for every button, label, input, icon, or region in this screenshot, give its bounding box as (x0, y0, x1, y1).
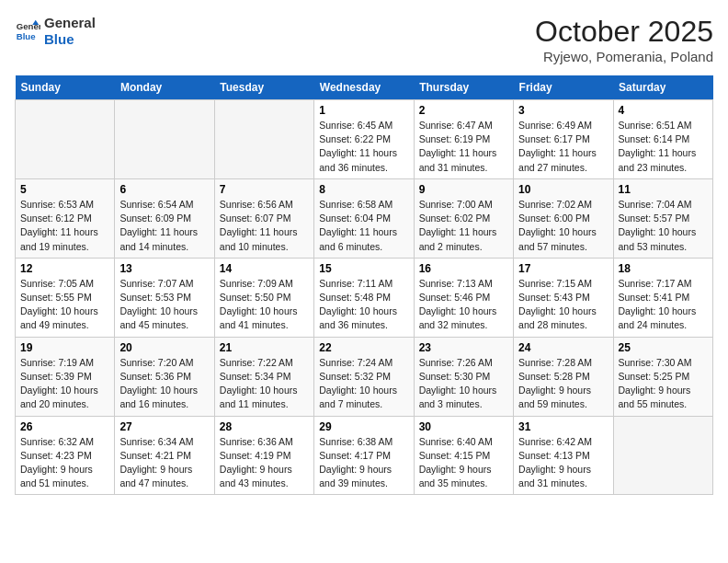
day-info: Sunrise: 7:07 AM Sunset: 5:53 PM Dayligh… (119, 277, 209, 333)
day-info: Sunrise: 7:24 AM Sunset: 5:32 PM Dayligh… (319, 356, 408, 412)
logo-text-line1: General (44, 15, 96, 31)
calendar-cell: 19Sunrise: 7:19 AM Sunset: 5:39 PM Dayli… (16, 337, 115, 416)
calendar-cell: 30Sunrise: 6:40 AM Sunset: 4:15 PM Dayli… (414, 416, 513, 495)
day-number: 13 (119, 262, 209, 275)
calendar-cell: 4Sunrise: 6:51 AM Sunset: 6:14 PM Daylig… (613, 100, 712, 179)
calendar-cell: 16Sunrise: 7:13 AM Sunset: 5:46 PM Dayli… (414, 258, 513, 337)
calendar-cell: 25Sunrise: 7:30 AM Sunset: 5:25 PM Dayli… (613, 337, 712, 416)
calendar-cell: 22Sunrise: 7:24 AM Sunset: 5:32 PM Dayli… (314, 337, 414, 416)
day-number: 18 (619, 262, 708, 275)
day-info: Sunrise: 6:34 AM Sunset: 4:21 PM Dayligh… (119, 435, 209, 491)
calendar-cell: 20Sunrise: 7:20 AM Sunset: 5:36 PM Dayli… (115, 337, 214, 416)
calendar-cell: 6Sunrise: 6:54 AM Sunset: 6:09 PM Daylig… (115, 178, 214, 258)
calendar-cell: 26Sunrise: 6:32 AM Sunset: 4:23 PM Dayli… (16, 416, 115, 495)
day-info: Sunrise: 6:36 AM Sunset: 4:19 PM Dayligh… (220, 435, 309, 491)
month-title: October 2025 (535, 15, 713, 49)
day-info: Sunrise: 7:00 AM Sunset: 6:02 PM Dayligh… (419, 198, 508, 254)
location: Ryjewo, Pomerania, Poland (535, 49, 713, 64)
day-number: 11 (619, 183, 708, 196)
calendar-cell: 1Sunrise: 6:45 AM Sunset: 6:22 PM Daylig… (314, 100, 414, 179)
calendar-cell: 11Sunrise: 7:04 AM Sunset: 5:57 PM Dayli… (613, 178, 712, 258)
column-header-sunday: Sunday (16, 75, 115, 100)
day-number: 27 (119, 420, 209, 433)
calendar-cell: 5Sunrise: 6:53 AM Sunset: 6:12 PM Daylig… (16, 178, 115, 258)
column-header-monday: Monday (115, 75, 214, 100)
calendar-cell: 27Sunrise: 6:34 AM Sunset: 4:21 PM Dayli… (115, 416, 214, 495)
day-number: 3 (518, 104, 608, 117)
day-info: Sunrise: 6:42 AM Sunset: 4:13 PM Dayligh… (518, 435, 608, 491)
calendar-week-row: 1Sunrise: 6:45 AM Sunset: 6:22 PM Daylig… (16, 100, 713, 179)
logo: General Blue General Blue (15, 15, 96, 48)
calendar-cell: 18Sunrise: 7:17 AM Sunset: 5:41 PM Dayli… (613, 258, 712, 337)
day-number: 30 (419, 420, 508, 433)
day-info: Sunrise: 6:56 AM Sunset: 6:07 PM Dayligh… (220, 198, 309, 254)
day-info: Sunrise: 7:26 AM Sunset: 5:30 PM Dayligh… (419, 356, 508, 412)
day-info: Sunrise: 7:28 AM Sunset: 5:28 PM Dayligh… (518, 356, 608, 412)
calendar-cell: 17Sunrise: 7:15 AM Sunset: 5:43 PM Dayli… (514, 258, 613, 337)
svg-text:Blue: Blue (17, 31, 36, 41)
column-header-friday: Friday (514, 75, 613, 100)
day-info: Sunrise: 7:20 AM Sunset: 5:36 PM Dayligh… (119, 356, 209, 412)
day-info: Sunrise: 6:54 AM Sunset: 6:09 PM Dayligh… (119, 198, 209, 254)
day-number: 21 (220, 341, 309, 354)
calendar-cell: 14Sunrise: 7:09 AM Sunset: 5:50 PM Dayli… (214, 258, 313, 337)
column-header-wednesday: Wednesday (314, 75, 414, 100)
column-header-tuesday: Tuesday (214, 75, 313, 100)
day-info: Sunrise: 6:45 AM Sunset: 6:22 PM Dayligh… (319, 119, 408, 175)
day-info: Sunrise: 6:58 AM Sunset: 6:04 PM Dayligh… (319, 198, 408, 254)
day-number: 9 (419, 183, 508, 196)
day-number: 23 (419, 341, 508, 354)
day-info: Sunrise: 7:09 AM Sunset: 5:50 PM Dayligh… (220, 277, 309, 333)
day-info: Sunrise: 7:11 AM Sunset: 5:48 PM Dayligh… (319, 277, 408, 333)
calendar-cell: 13Sunrise: 7:07 AM Sunset: 5:53 PM Dayli… (115, 258, 214, 337)
calendar-cell: 9Sunrise: 7:00 AM Sunset: 6:02 PM Daylig… (414, 178, 513, 258)
day-number: 4 (619, 104, 708, 117)
day-number: 17 (518, 262, 608, 275)
calendar-week-row: 12Sunrise: 7:05 AM Sunset: 5:55 PM Dayli… (16, 258, 713, 337)
day-number: 25 (619, 341, 708, 354)
day-info: Sunrise: 6:49 AM Sunset: 6:17 PM Dayligh… (518, 119, 608, 175)
day-info: Sunrise: 7:13 AM Sunset: 5:46 PM Dayligh… (419, 277, 508, 333)
calendar-cell: 29Sunrise: 6:38 AM Sunset: 4:17 PM Dayli… (314, 416, 414, 495)
day-info: Sunrise: 7:30 AM Sunset: 5:25 PM Dayligh… (619, 356, 708, 412)
calendar-cell: 28Sunrise: 6:36 AM Sunset: 4:19 PM Dayli… (214, 416, 313, 495)
calendar-cell: 31Sunrise: 6:42 AM Sunset: 4:13 PM Dayli… (514, 416, 613, 495)
day-number: 5 (20, 183, 109, 196)
title-block: October 2025 Ryjewo, Pomerania, Poland (535, 15, 713, 64)
calendar-cell (16, 100, 115, 179)
logo-text-line2: Blue (44, 31, 96, 48)
day-info: Sunrise: 7:02 AM Sunset: 6:00 PM Dayligh… (518, 198, 608, 254)
day-info: Sunrise: 7:22 AM Sunset: 5:34 PM Dayligh… (220, 356, 309, 412)
calendar-cell: 2Sunrise: 6:47 AM Sunset: 6:19 PM Daylig… (414, 100, 513, 179)
calendar-cell: 24Sunrise: 7:28 AM Sunset: 5:28 PM Dayli… (514, 337, 613, 416)
day-info: Sunrise: 6:38 AM Sunset: 4:17 PM Dayligh… (319, 435, 408, 491)
day-info: Sunrise: 6:32 AM Sunset: 4:23 PM Dayligh… (20, 435, 109, 491)
calendar-cell: 21Sunrise: 7:22 AM Sunset: 5:34 PM Dayli… (214, 337, 313, 416)
day-number: 10 (518, 183, 608, 196)
calendar-header-row: SundayMondayTuesdayWednesdayThursdayFrid… (16, 75, 713, 100)
day-info: Sunrise: 6:47 AM Sunset: 6:19 PM Dayligh… (419, 119, 508, 175)
calendar-week-row: 26Sunrise: 6:32 AM Sunset: 4:23 PM Dayli… (16, 416, 713, 495)
calendar-cell (214, 100, 313, 179)
day-number: 2 (419, 104, 508, 117)
column-header-thursday: Thursday (414, 75, 513, 100)
calendar-cell: 7Sunrise: 6:56 AM Sunset: 6:07 PM Daylig… (214, 178, 313, 258)
calendar-cell: 12Sunrise: 7:05 AM Sunset: 5:55 PM Dayli… (16, 258, 115, 337)
day-number: 19 (20, 341, 109, 354)
column-header-saturday: Saturday (613, 75, 712, 100)
day-number: 16 (419, 262, 508, 275)
day-number: 24 (518, 341, 608, 354)
calendar-week-row: 19Sunrise: 7:19 AM Sunset: 5:39 PM Dayli… (16, 337, 713, 416)
calendar-body: 1Sunrise: 6:45 AM Sunset: 6:22 PM Daylig… (16, 100, 713, 495)
day-info: Sunrise: 7:15 AM Sunset: 5:43 PM Dayligh… (518, 277, 608, 333)
day-info: Sunrise: 6:51 AM Sunset: 6:14 PM Dayligh… (619, 119, 708, 175)
day-info: Sunrise: 7:05 AM Sunset: 5:55 PM Dayligh… (20, 277, 109, 333)
day-info: Sunrise: 7:17 AM Sunset: 5:41 PM Dayligh… (619, 277, 708, 333)
day-number: 31 (518, 420, 608, 433)
day-number: 22 (319, 341, 408, 354)
day-number: 26 (20, 420, 109, 433)
calendar-cell: 15Sunrise: 7:11 AM Sunset: 5:48 PM Dayli… (314, 258, 414, 337)
calendar-table: SundayMondayTuesdayWednesdayThursdayFrid… (15, 75, 713, 495)
day-info: Sunrise: 6:40 AM Sunset: 4:15 PM Dayligh… (419, 435, 508, 491)
day-number: 20 (119, 341, 209, 354)
